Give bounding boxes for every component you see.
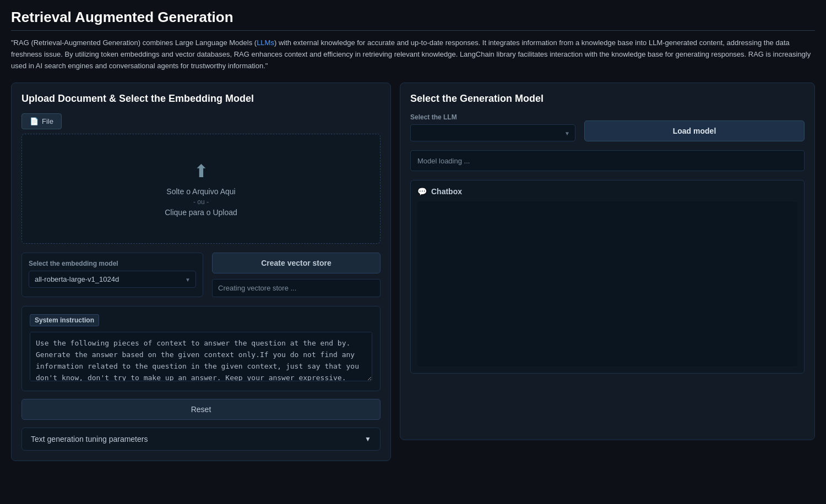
chatbox-header: 💬 Chatbox [417,187,797,196]
create-vector-store-button[interactable]: Create vector store [212,253,381,273]
embedding-model-block: Select the embedding model all-roberta-l… [21,253,203,297]
model-loading-status: Model loading ... [410,150,805,171]
page-title: Retrieval Augmented Generation [11,9,815,31]
left-panel-title: Upload Document & Select the Embedding M… [21,93,381,105]
system-instruction-label: System instruction [30,314,99,326]
llm-select-wrapper [410,124,575,141]
upload-or-text: - ou - [193,198,209,206]
llm-select[interactable] [410,124,575,141]
vector-store-status: Creating vectore store ... [212,279,381,297]
llm-select-label: Select the LLM [410,113,575,121]
file-button[interactable]: 📄 File [21,113,62,129]
file-button-row: 📄 File [21,113,381,129]
main-layout: Upload Document & Select the Embedding M… [11,83,815,461]
chatbox-icon: 💬 [417,187,427,196]
upload-drop-text: Solte o Arquivo Aqui [166,187,235,196]
chatbox-section: 💬 Chatbox [410,180,805,374]
llm-select-block: Select the LLM [410,113,575,141]
reset-button[interactable]: Reset [21,399,381,420]
chevron-down-icon: ▼ [365,435,371,443]
system-instruction-section: System instruction [21,306,381,391]
upload-dropzone[interactable]: ⬆ Solte o Arquivo Aqui - ou - Clique par… [21,134,381,244]
llm-row: Select the LLM Load model [410,113,805,141]
vector-store-block: Create vector store Creating vectore sto… [212,253,381,297]
llm-highlight: LLMs [257,39,274,47]
file-button-label: File [42,117,53,125]
embedding-model-select[interactable]: all-roberta-large-v1_1024d all-MiniLM-L6… [29,271,196,288]
chatbox-body [417,201,797,366]
chatbox-label: Chatbox [431,187,462,196]
system-instruction-textarea[interactable] [30,332,372,381]
right-panel: Select the Generation Model Select the L… [400,83,815,440]
tuning-label: Text generation tuning parameters [31,435,148,443]
page-description: "RAG (Retrieval-Augmented Generation) co… [11,37,815,72]
upload-click-text: Clique para o Upload [165,208,237,217]
embedding-row: Select the embedding model all-roberta-l… [21,253,381,297]
load-model-button[interactable]: Load model [584,120,805,141]
right-panel-title: Select the Generation Model [410,93,805,105]
left-panel: Upload Document & Select the Embedding M… [11,83,391,461]
tuning-accordion[interactable]: Text generation tuning parameters ▼ [21,428,381,451]
embedding-model-select-wrapper: all-roberta-large-v1_1024d all-MiniLM-L6… [29,271,196,288]
upload-icon: ⬆ [194,161,209,182]
file-icon: 📄 [30,117,39,125]
embedding-model-label: Select the embedding model [29,260,196,267]
